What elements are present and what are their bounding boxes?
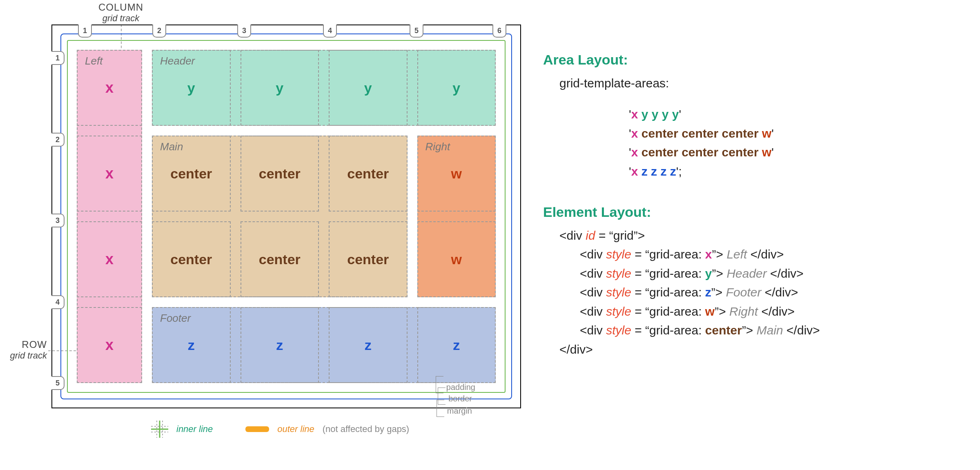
column-line-badge: 1 (78, 25, 92, 38)
row-line-badge: 3 (51, 214, 65, 227)
row-line-badge: 5 (51, 376, 65, 390)
explanation-panel: Area Layout: grid-template-areas: 'x y y… (543, 49, 960, 359)
grid-figure: Left Header Main Right Footer xyyyyxcent… (51, 25, 521, 408)
row-line-badge: 1 (51, 51, 65, 65)
row-line-badge: 2 (51, 133, 65, 147)
area-footer: Footer (152, 307, 496, 383)
border-label: border (448, 394, 472, 403)
inner-line-icon (151, 421, 168, 438)
column-line-badge: 5 (410, 25, 423, 38)
row-line-badge: 4 (51, 295, 65, 309)
area-main: Main (152, 136, 408, 297)
margin-label: margin (447, 406, 472, 416)
column-line-badge: 4 (323, 25, 337, 38)
column-line-badge: 6 (492, 25, 506, 38)
legend-outer-note: (not affected by gaps) (323, 424, 409, 434)
grid-template-areas-prop: grid-template-areas: (559, 74, 960, 93)
legend-inner-text: inner line (176, 424, 213, 434)
element-layout-heading: Element Layout: (543, 201, 960, 223)
area-layout-heading: Area Layout: (543, 49, 960, 71)
area-header: Header (152, 50, 496, 126)
column-line-badge: 2 (152, 25, 166, 38)
area-right: Right (417, 136, 496, 297)
legend-outer-text: outer line (277, 424, 314, 434)
template-area-values: 'x y y y y''x center center center w''x … (629, 105, 960, 181)
grid-container: Left Header Main Right Footer xyyyyxcent… (77, 50, 496, 383)
legend: inner line outer line (not affected by g… (151, 421, 409, 438)
column-line-badge: 3 (237, 25, 251, 38)
row-title: ROW grid track (0, 339, 47, 361)
element-layout-code: <div id = “grid”><div style = “grid-area… (559, 226, 960, 359)
padding-label: padding (446, 383, 475, 392)
outer-line-icon (245, 426, 269, 432)
area-left: Left (77, 50, 142, 383)
column-title: COLUMN grid track (96, 2, 145, 24)
